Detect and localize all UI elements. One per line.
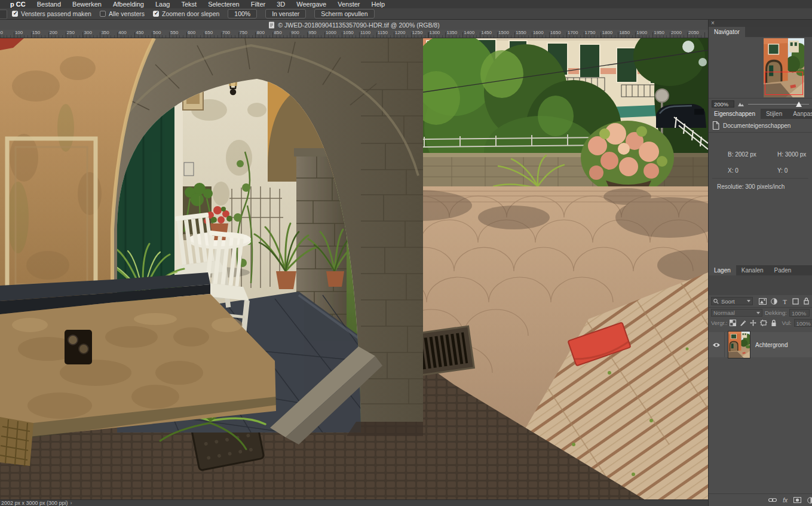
filter-shape-layers-icon[interactable]: [792, 298, 799, 305]
tab-stijlen[interactable]: Stijlen: [761, 109, 788, 119]
ruler-label: 1150: [378, 30, 388, 35]
canvas-area[interactable]: [0, 38, 708, 500]
ruler-label: 1500: [498, 30, 509, 35]
menu-weergave[interactable]: Weergave: [296, 0, 326, 8]
navigator-panel: [709, 37, 812, 98]
ruler-label: 1050: [343, 30, 354, 35]
opacity-value[interactable]: 100%: [789, 309, 810, 317]
status-chevron-icon[interactable]: ›: [71, 500, 72, 506]
ruler-label: 1950: [654, 30, 664, 35]
actual-pixels-button[interactable]: 100%: [228, 9, 257, 19]
menu-bewerken[interactable]: Bewerken: [72, 0, 102, 8]
ruler-label: 1900: [636, 30, 647, 35]
menu-help[interactable]: Help: [372, 0, 385, 8]
layer-style-fx-icon[interactable]: fx: [783, 497, 788, 504]
checkbox-icon[interactable]: [100, 11, 106, 17]
lock-all-icon[interactable]: [771, 320, 777, 327]
navigator-zoom-slider[interactable]: [748, 100, 809, 108]
doc-resolution: Resolutie: 300 pixels/inch: [717, 183, 785, 190]
ruler-label: 200: [50, 30, 57, 35]
ruler-label: 1100: [360, 30, 370, 35]
ruler-label: 2050: [688, 30, 699, 35]
document-status-bar[interactable]: 2002 px x 3000 px (300 ppi) ›: [0, 499, 708, 506]
filter-adjustment-layers-icon[interactable]: [771, 298, 777, 305]
tab-kanalen[interactable]: Kanalen: [736, 265, 769, 275]
tab-aanpassingen[interactable]: Aanpassingen: [788, 109, 812, 119]
filter-type-layers-icon[interactable]: T: [782, 298, 788, 305]
lock-position-move-icon[interactable]: [750, 320, 756, 326]
menu-laag[interactable]: Laag: [155, 0, 170, 8]
layer-row-achtergrond[interactable]: Achtergrond: [709, 332, 812, 357]
chevron-down-icon: [756, 312, 760, 314]
ruler-label: 350: [101, 30, 109, 35]
option-fit-windows[interactable]: Vensters passend maken: [12, 10, 91, 17]
checkbox-icon[interactable]: [12, 11, 18, 17]
lock-transparency-icon[interactable]: [730, 320, 736, 326]
chevron-down-icon: [747, 300, 750, 302]
ruler-label: 150: [32, 30, 40, 35]
tab-lagen[interactable]: Lagen: [709, 265, 736, 275]
zoom-tool-preset-icon[interactable]: [0, 10, 7, 19]
menu-filter[interactable]: Filter: [251, 0, 265, 8]
fill-screen-button[interactable]: Scherm opvullen: [314, 9, 374, 19]
ruler[interactable]: 5010015020025030035040045050055060065070…: [0, 30, 708, 38]
ruler-label: 1000: [326, 30, 336, 35]
tab-navigator[interactable]: Navigator: [709, 27, 745, 37]
ruler-label: 50: [0, 30, 3, 35]
blend-mode-select[interactable]: Normaal: [711, 309, 762, 317]
ruler-label: 1650: [550, 30, 561, 35]
navigator-view-rect[interactable]: [765, 72, 803, 95]
eye-icon[interactable]: [712, 342, 721, 348]
blend-mode-row: Normaal Dekking: 100%: [709, 308, 812, 318]
ruler-label: 850: [274, 30, 281, 35]
filter-smart-object-icon[interactable]: [803, 298, 810, 305]
search-icon: [713, 299, 719, 304]
properties-panel: Documenteigenschappen B: 2002 px H: 3000…: [709, 119, 812, 265]
layer-name[interactable]: Achtergrond: [755, 342, 788, 348]
panel-dock: × Navigator 200% Eigenschappen Stijlen A: [708, 20, 812, 506]
tab-eigenschappen[interactable]: Eigenschappen: [709, 109, 761, 119]
lock-pixels-brush-icon[interactable]: [740, 320, 746, 326]
layer-filter-select[interactable]: Soort: [711, 297, 753, 305]
lock-artboard-icon[interactable]: [760, 320, 767, 326]
navigator-zoom-field[interactable]: 200%: [712, 100, 734, 108]
ruler-label: 1550: [516, 30, 526, 35]
visibility-cell[interactable]: [709, 332, 725, 357]
ruler-label: 950: [308, 30, 316, 35]
ruler-label: 450: [136, 30, 143, 35]
opacity-label: Dekking:: [765, 309, 787, 316]
layers-tab-row: Lagen Kanalen Paden: [709, 265, 812, 275]
menu-bestand[interactable]: Bestand: [37, 0, 61, 8]
filter-pixel-layers-icon[interactable]: [759, 298, 767, 305]
layer-thumbnail[interactable]: [728, 332, 750, 358]
ruler-label: 1450: [481, 30, 492, 35]
ruler-label: 1400: [464, 30, 474, 35]
fill-label: Vul:: [782, 320, 791, 326]
menu-tekst[interactable]: Tekst: [181, 0, 197, 8]
fit-on-screen-button[interactable]: In venster: [265, 9, 306, 19]
close-icon[interactable]: ×: [711, 20, 715, 26]
menu-app[interactable]: p CC: [10, 0, 26, 8]
checkbox-icon[interactable]: [153, 11, 159, 17]
tab-paden[interactable]: Paden: [769, 265, 797, 275]
document-proxy-icon: [268, 22, 275, 29]
zoom-out-mountains-icon[interactable]: [738, 101, 744, 106]
menu-3d[interactable]: 3D: [277, 0, 285, 8]
ruler-label: 900: [291, 30, 299, 35]
slider-thumb[interactable]: [796, 102, 802, 107]
fill-value[interactable]: 100%: [794, 319, 812, 327]
canvas-photo[interactable]: [0, 38, 708, 500]
document-title-bar[interactable]: © JWED-201809041135357090-HDR.tif @ 200%…: [0, 20, 708, 30]
menu-venster[interactable]: Venster: [338, 0, 360, 8]
layers-panel: Soort T: [709, 295, 812, 506]
add-layer-mask-icon[interactable]: [793, 497, 801, 503]
ruler-label: 800: [257, 30, 265, 35]
new-adjustment-layer-icon[interactable]: [807, 497, 812, 504]
option-all-windows[interactable]: Alle vensters: [100, 10, 145, 17]
link-layers-icon[interactable]: [768, 498, 777, 502]
menu-afbeelding[interactable]: Afbeelding: [113, 0, 144, 8]
menu-selecteren[interactable]: Selecteren: [208, 0, 240, 8]
ruler-label: 1800: [602, 30, 613, 35]
navigator-thumbnail[interactable]: [764, 38, 804, 97]
option-scrubby-zoom[interactable]: Zoomen door slepen: [153, 10, 219, 17]
